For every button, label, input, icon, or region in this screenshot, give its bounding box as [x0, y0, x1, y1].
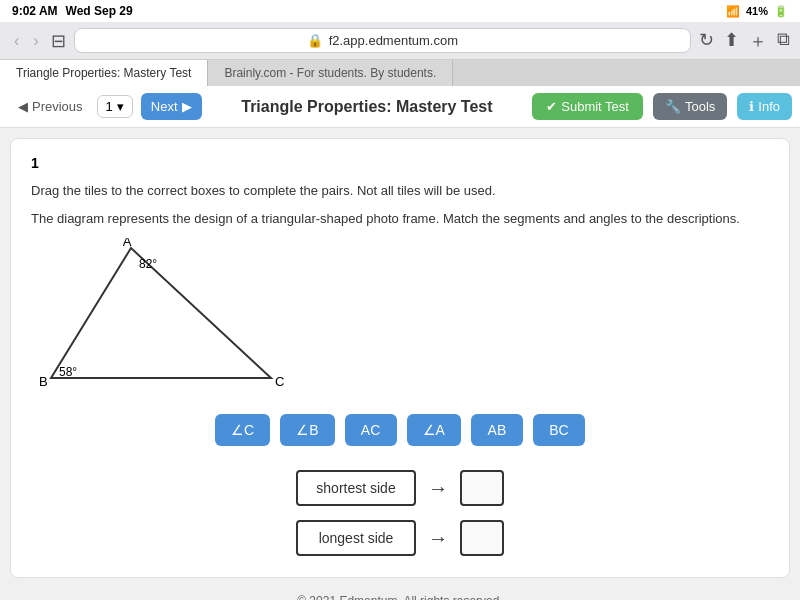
tab-bar: Triangle Properties: Mastery Test Brainl…	[0, 60, 800, 86]
battery-icon: 🔋	[774, 5, 788, 18]
bookmark-icon: ⊟	[51, 30, 66, 52]
wifi-icon: 📶	[726, 5, 740, 18]
triangle-diagram: A B C 82° 58°	[31, 238, 311, 398]
reload-icon[interactable]: ↻	[699, 29, 714, 53]
chevron-down-icon: ▾	[117, 99, 124, 114]
vertex-c-label: C	[275, 374, 284, 389]
tabs-icon[interactable]: ⧉	[777, 29, 790, 53]
share-icon[interactable]: ⬆	[724, 29, 739, 53]
back-button[interactable]: ‹	[10, 30, 23, 52]
arrow-icon-2: →	[428, 527, 448, 550]
shortest-side-label: shortest side	[296, 470, 416, 506]
browser-actions[interactable]: ↻ ⬆ ＋ ⧉	[699, 29, 790, 53]
angle-82-label: 82°	[139, 257, 157, 271]
tile-ab[interactable]: AB	[471, 414, 523, 446]
tile-ac[interactable]: AC	[345, 414, 397, 446]
info-icon: ℹ	[749, 99, 754, 114]
longest-side-row: longest side →	[31, 520, 769, 556]
shortest-side-row: shortest side →	[31, 470, 769, 506]
info-button[interactable]: ℹ Info	[737, 93, 792, 120]
new-tab-icon[interactable]: ＋	[749, 29, 767, 53]
test-title: Triangle Properties: Mastery Test	[206, 98, 529, 116]
angle-58-label: 58°	[59, 365, 77, 379]
svg-marker-0	[51, 248, 271, 378]
page-number: 1	[106, 99, 113, 114]
content-area: 1 Drag the tiles to the correct boxes to…	[10, 138, 790, 578]
longest-side-dropbox[interactable]	[460, 520, 504, 556]
description-text: The diagram represents the design of a t…	[31, 209, 769, 229]
tab-brainly[interactable]: Brainly.com - For students. By students.	[208, 60, 453, 86]
lock-icon: 🔒	[307, 33, 323, 48]
shortest-side-dropbox[interactable]	[460, 470, 504, 506]
next-button[interactable]: Next ▶	[141, 93, 202, 120]
url-text: f2.app.edmentum.com	[329, 33, 458, 48]
time: 9:02 AM	[12, 4, 58, 18]
tile-bc[interactable]: BC	[533, 414, 585, 446]
tile-angle-a[interactable]: ∠A	[407, 414, 461, 446]
browser-bar: ‹ › ⊟ 🔒 f2.app.edmentum.com ↻ ⬆ ＋ ⧉	[0, 22, 800, 60]
tiles-row: ∠C ∠B AC ∠A AB BC	[31, 414, 769, 446]
prev-icon: ◀	[18, 99, 28, 114]
instruction-text: Drag the tiles to the correct boxes to c…	[31, 181, 769, 201]
submit-test-button[interactable]: ✔ Submit Test	[532, 93, 643, 120]
arrow-icon-1: →	[428, 477, 448, 500]
status-bar: 9:02 AM Wed Sep 29 📶 41% 🔋	[0, 0, 800, 22]
address-bar[interactable]: 🔒 f2.app.edmentum.com	[74, 28, 691, 53]
vertex-a-label: A	[123, 238, 132, 249]
tab-main[interactable]: Triangle Properties: Mastery Test	[0, 60, 208, 86]
check-icon: ✔	[546, 99, 557, 114]
longest-side-label: longest side	[296, 520, 416, 556]
footer-text: © 2021 Edmentum. All rights reserved.	[297, 594, 503, 600]
question-number: 1	[31, 155, 769, 171]
wrench-icon: 🔧	[665, 99, 681, 114]
battery-level: 41%	[746, 5, 768, 17]
tile-angle-b[interactable]: ∠B	[280, 414, 334, 446]
browser-nav[interactable]: ‹ ›	[10, 30, 43, 52]
next-icon: ▶	[182, 99, 192, 114]
page-selector[interactable]: 1 ▾	[97, 95, 133, 118]
previous-button[interactable]: ◀ Previous	[8, 93, 93, 120]
date: Wed Sep 29	[66, 4, 133, 18]
tile-angle-c[interactable]: ∠C	[215, 414, 270, 446]
diagram-area: A B C 82° 58°	[31, 238, 769, 398]
vertex-b-label: B	[39, 374, 48, 389]
tools-button[interactable]: 🔧 Tools	[653, 93, 727, 120]
footer: © 2021 Edmentum. All rights reserved.	[0, 588, 800, 600]
app-toolbar: ◀ Previous 1 ▾ Next ▶ Triangle Propertie…	[0, 86, 800, 128]
forward-button[interactable]: ›	[29, 30, 42, 52]
